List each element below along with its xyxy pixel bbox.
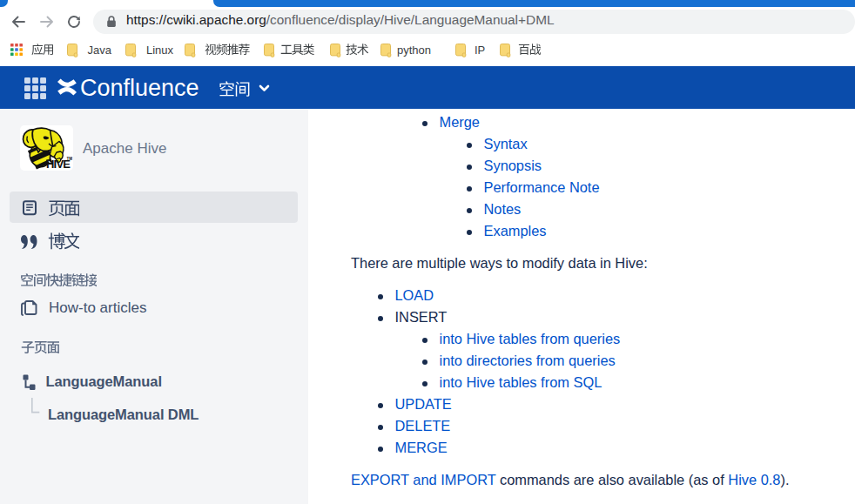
svg-text:TM: TM <box>67 157 73 161</box>
